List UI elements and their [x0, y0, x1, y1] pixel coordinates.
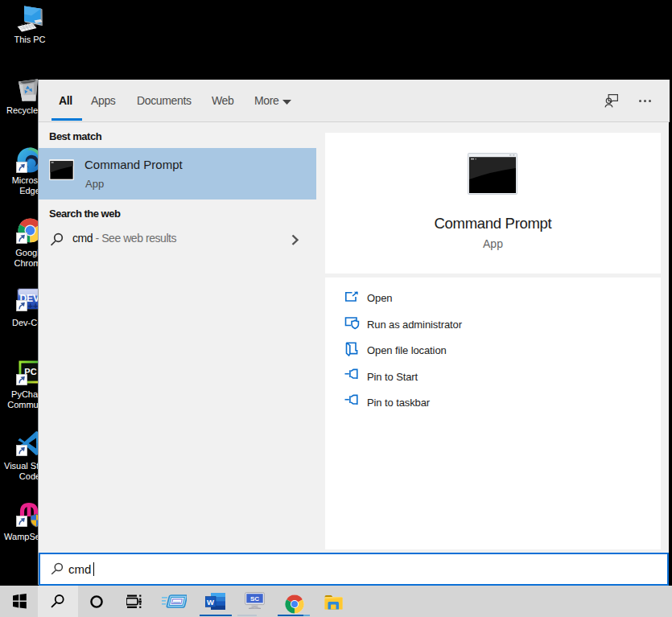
svg-text:W: W [207, 598, 214, 607]
svg-text:SC: SC [250, 595, 259, 603]
svg-text:++: ++ [28, 301, 39, 311]
